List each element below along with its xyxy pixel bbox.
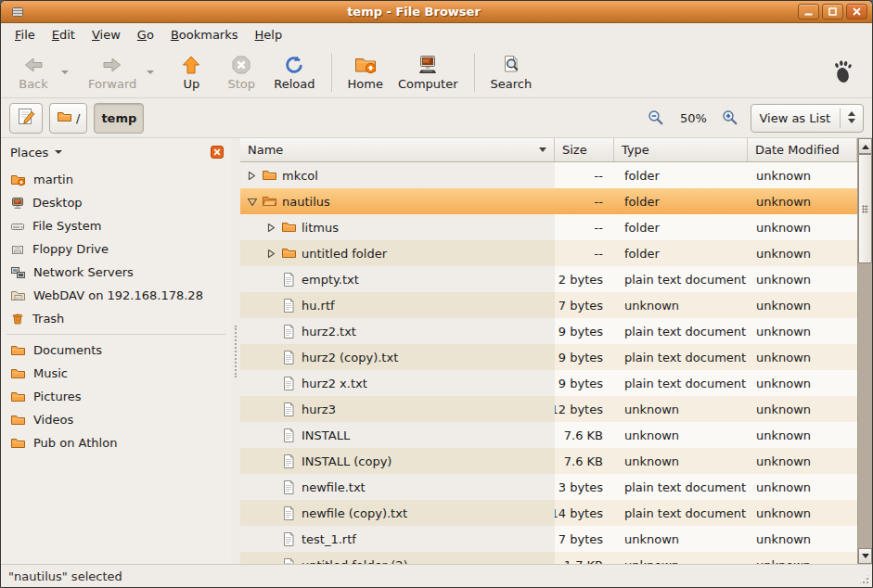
- column-header-size[interactable]: Size: [555, 138, 614, 161]
- sidebar-separator: [6, 334, 225, 335]
- root-path-button[interactable]: /: [49, 103, 87, 134]
- close-sidebar-button[interactable]: [211, 146, 224, 159]
- expander-closed-icon[interactable]: [244, 171, 260, 181]
- file-row-nautilus[interactable]: nautilus--folderunknown: [240, 188, 857, 214]
- places-title[interactable]: Places: [10, 146, 48, 160]
- place-floppy-drive[interactable]: Floppy Drive: [1, 237, 231, 261]
- gnome-foot-icon: [830, 59, 855, 84]
- edit-location-button[interactable]: [9, 103, 43, 134]
- up-button[interactable]: Up: [166, 49, 216, 96]
- name-cell: hurz2 (copy).txt: [240, 344, 555, 370]
- scrollbar-thumb[interactable]: [858, 154, 872, 263]
- menu-help[interactable]: Help: [247, 25, 291, 45]
- menu-bookmarks[interactable]: Bookmarks: [162, 25, 247, 45]
- file-row-hurz2-copy-txt[interactable]: hurz2 (copy).txt9 bytesplain text docume…: [240, 344, 857, 370]
- home-button[interactable]: Home: [340, 49, 391, 96]
- size-cell: 7 bytes: [555, 292, 614, 318]
- file-row-newfile-txt[interactable]: newfile.txt3 bytesplain text documentunk…: [240, 474, 857, 500]
- file-row-untitled-folder-2[interactable]: untitled folder (2)1.7 KBunknownunknown: [240, 552, 857, 564]
- zoom-level-label: 50%: [676, 111, 710, 125]
- thumb-grip-icon: [862, 205, 868, 213]
- file-row-newfile-copy-txt[interactable]: newfile (copy).txt14 bytesplain text doc…: [240, 500, 857, 526]
- computer-label: Computer: [398, 77, 458, 91]
- file-row-hurz2-txt[interactable]: hurz2.txt9 bytesplain text documentunkno…: [240, 318, 857, 344]
- name-cell: untitled folder: [240, 240, 555, 266]
- menu-file[interactable]: File: [6, 25, 44, 45]
- up-label: Up: [183, 77, 199, 91]
- place-webdav-on-192-168-178-28[interactable]: WebDAV on 192.168.178.28: [1, 284, 231, 307]
- minimize-button[interactable]: [798, 4, 819, 19]
- column-header-date-modified[interactable]: Date Modified: [748, 138, 857, 161]
- file-icon: [279, 557, 298, 565]
- file-row-hurz2-x-txt[interactable]: hurz2 x.txt9 bytesplain text documentunk…: [240, 370, 857, 396]
- file-row-test-1-rtf[interactable]: test_1.rtf7 bytesunknownunknown: [240, 526, 857, 552]
- computer-button[interactable]: Computer: [391, 49, 466, 96]
- size-cell: 9 bytes: [555, 370, 614, 396]
- file-name: hu.rtf: [302, 299, 335, 313]
- expander-closed-icon[interactable]: [263, 249, 279, 259]
- file-row-install[interactable]: INSTALL7.6 KBunknownunknown: [240, 422, 857, 448]
- view-mode-selector[interactable]: View as List: [751, 104, 864, 133]
- place-label: Pictures: [33, 390, 81, 403]
- zoom-out-button[interactable]: [645, 107, 667, 129]
- menu-view[interactable]: View: [83, 25, 129, 45]
- expander-closed-icon[interactable]: [263, 223, 279, 233]
- type-cell: folder: [614, 240, 748, 266]
- expander-open-icon[interactable]: [244, 197, 260, 207]
- vertical-scrollbar[interactable]: [857, 138, 872, 564]
- zoom-in-button[interactable]: [719, 107, 741, 129]
- file-row-mkcol[interactable]: mkcol--folderunknown: [240, 162, 857, 188]
- close-button[interactable]: [846, 4, 867, 19]
- date-cell: unknown: [748, 474, 857, 500]
- maximize-button[interactable]: [822, 4, 843, 19]
- scroll-down-button[interactable]: [858, 548, 872, 564]
- date-cell: unknown: [748, 552, 857, 564]
- pane-splitter[interactable]: [231, 138, 240, 564]
- file-name: hurz2 (copy).txt: [302, 351, 398, 364]
- titlebar[interactable]: temp - File Browser: [1, 1, 872, 23]
- file-name: empty.txt: [302, 273, 359, 287]
- place-videos[interactable]: Videos: [1, 408, 231, 431]
- column-header-name[interactable]: Name: [240, 138, 555, 161]
- place-file-system[interactable]: File System: [1, 214, 231, 237]
- date-cell: unknown: [748, 162, 857, 188]
- current-path-button[interactable]: temp: [94, 103, 144, 134]
- place-documents[interactable]: Documents: [1, 339, 231, 362]
- scroll-up-button[interactable]: [858, 138, 872, 154]
- place-label: Floppy Drive: [32, 242, 109, 256]
- name-cell: empty.txt: [240, 266, 555, 292]
- place-martin[interactable]: martin: [1, 168, 231, 191]
- status-text: "nautilus" selected: [8, 569, 122, 583]
- name-cell: nautilus: [240, 188, 555, 214]
- folder-icon: [10, 413, 26, 428]
- column-label: Type: [622, 143, 649, 157]
- place-label: File System: [32, 219, 101, 233]
- folder-icon: [10, 343, 26, 358]
- file-icon: [279, 428, 298, 443]
- search-button[interactable]: Search: [483, 49, 540, 96]
- location-bar: / temp 50% View as List: [1, 98, 872, 138]
- reload-button[interactable]: Reload: [266, 49, 322, 96]
- file-row-install-copy[interactable]: INSTALL (copy)7.6 KBunknownunknown: [240, 448, 857, 474]
- menu-go[interactable]: Go: [129, 25, 162, 45]
- menu-edit[interactable]: Edit: [44, 25, 83, 45]
- place-music[interactable]: Music: [1, 362, 231, 385]
- file-row-empty-txt[interactable]: empty.txt2 bytesplain text documentunkno…: [240, 266, 857, 292]
- place-trash[interactable]: Trash: [1, 307, 231, 330]
- file-row-litmus[interactable]: litmus--folderunknown: [240, 214, 857, 240]
- root-path-label: /: [76, 111, 80, 125]
- resize-grip[interactable]: [858, 573, 870, 585]
- webdav-icon: [10, 288, 26, 303]
- folder-icon: [279, 220, 298, 235]
- file-row-hu-rtf[interactable]: hu.rtf7 bytesunknownunknown: [240, 292, 857, 318]
- column-header-type[interactable]: Type: [614, 138, 748, 161]
- gnome-logo: [830, 59, 855, 84]
- file-name: hurz3: [302, 403, 336, 416]
- place-pictures[interactable]: Pictures: [1, 385, 231, 408]
- place-pub-on-athlon[interactable]: Pub on Athlon: [1, 431, 231, 454]
- place-desktop[interactable]: Desktop: [1, 191, 231, 214]
- file-name: litmus: [302, 221, 339, 235]
- file-row-untitled-folder[interactable]: untitled folder--folderunknown: [240, 240, 857, 266]
- file-row-hurz3[interactable]: hurz312 bytesunknownunknown: [240, 396, 857, 422]
- place-network-servers[interactable]: Network Servers: [1, 261, 231, 284]
